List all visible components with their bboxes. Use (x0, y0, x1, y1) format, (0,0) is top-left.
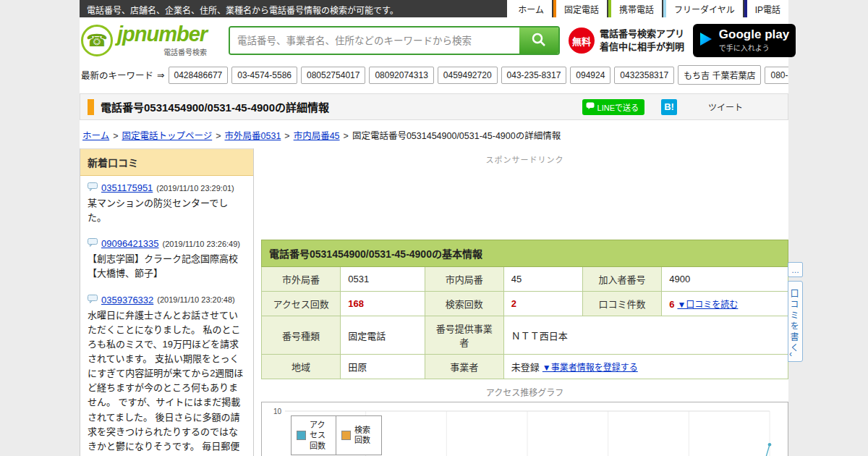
region-value: 田原 (341, 355, 425, 379)
topnav-home[interactable]: ホーム (507, 0, 552, 17)
side-panel-dots-button[interactable]: … (788, 262, 803, 277)
sponsored-link-label: スポンサードリンク (261, 148, 788, 167)
latest-keywords-row: 最新のキーワード ⇒ 0428486677 03-4574-5586 08052… (80, 64, 788, 90)
keywords-label: 最新のキーワード (81, 68, 153, 82)
review-item: 0351175951 (2019/11/10 23:29:01) 某マンションの… (80, 176, 253, 232)
keyword-button[interactable]: 03-4574-5586 (231, 67, 297, 84)
app-promo-line2: 着信中に相手が判明 (600, 41, 684, 54)
legend-search: 検索回数 (336, 416, 381, 455)
search-input[interactable] (230, 28, 519, 54)
store-subtitle: で手に入れよう (719, 42, 789, 53)
access-trend-graph: アクセス回数 検索回数 0510 (261, 402, 788, 456)
topnav-freedial[interactable]: フリーダイヤル (663, 0, 743, 17)
main-column: スポンサードリンク 電話番号0531454900/0531-45-4900の基本… (261, 148, 788, 456)
subscriber-number-label: 加入者番号 (583, 267, 662, 292)
breadcrumb: ホーム>固定電話トップページ>市外局番0531>市内局番45>固定電話番号053… (80, 120, 788, 148)
register-business-link[interactable]: ▼事業者情報を登録する (542, 363, 638, 373)
access-count-value: 168 (341, 292, 425, 316)
keyword-button[interactable]: もち吉 千葉若葉店 (678, 65, 761, 85)
review-item: 09096421335 (2019/11/10 23:26:49) 【創志学園】… (80, 232, 253, 287)
free-badge: 無料 (569, 28, 595, 54)
svg-text:10: 10 (273, 408, 282, 415)
access-count-label: アクセス回数 (262, 292, 341, 316)
topnav-ipphone[interactable]: IP電話 (744, 0, 788, 17)
number-type-label: 番号種類 (262, 316, 341, 355)
breadcrumb-separator: > (216, 131, 221, 141)
keyword-button[interactable]: 0428486677 (169, 67, 229, 84)
app-promo-line1: 電話番号検索アプリ (600, 28, 684, 41)
ad-space (261, 167, 788, 240)
line-share-button[interactable]: LINEで送る (582, 99, 644, 115)
search-icon (531, 32, 547, 50)
search-box (229, 26, 560, 55)
review-phone-link[interactable]: 09096421335 (101, 238, 159, 249)
chart-legend: アクセス回数 検索回数 (291, 415, 382, 455)
keywords-arrow-icon: ⇒ (157, 69, 164, 80)
topnav-landline[interactable]: 固定電話 (553, 0, 607, 17)
top-navigation: ホーム 固定電話 携帯電話 フリーダイヤル IP電話 (506, 0, 788, 17)
provider-value: ＮＴＴ西日本 (503, 316, 788, 355)
review-text: 某マンションの防災センターでした。 (88, 196, 246, 225)
read-reviews-link[interactable]: ▼口コミを読む (677, 300, 738, 310)
speech-bubble-icon (88, 182, 98, 193)
hatena-bookmark-button[interactable]: B! (661, 99, 677, 115)
breadcrumb-city-code[interactable]: 市内局番45 (294, 131, 340, 141)
keyword-button[interactable]: 043-235-8317 (501, 67, 567, 84)
site-logo[interactable]: ☎ jpnumber 電話番号検索 (81, 24, 220, 57)
business-label: 事業者 (425, 355, 503, 379)
keyword-button[interactable]: 094924 (570, 67, 610, 84)
side-panel-collapse-icon[interactable]: ‹ (789, 349, 792, 359)
new-reviews-box: 新着口コミ 0351175951 (2019/11/10 23:29:01) 某… (80, 148, 254, 456)
city-code-label: 市内局番 (425, 267, 503, 292)
breadcrumb-separator: > (344, 131, 349, 141)
graph-title: アクセス推移グラフ (261, 379, 788, 402)
search-count-label: 検索回数 (425, 292, 503, 316)
number-type-value: 固定電話 (341, 316, 425, 355)
phone-logo-icon: ☎ (81, 25, 113, 56)
breadcrumb-separator: > (284, 131, 289, 141)
keyword-button[interactable]: 08052754017 (301, 67, 365, 84)
topnav-mobile[interactable]: 携帯電話 (608, 0, 662, 17)
provider-label: 番号提供事業者 (425, 316, 503, 355)
breadcrumb-area-code[interactable]: 市外局番0531 (225, 131, 281, 141)
breadcrumb-home[interactable]: ホーム (82, 131, 109, 141)
google-play-badge[interactable]: Google play で手に入れよう (693, 24, 796, 57)
review-text: 【創志学園】クラーク記念国際高校【大橋博、節子】 (88, 252, 246, 281)
keyword-button[interactable]: 08092074313 (369, 67, 433, 84)
review-text: 水曜日に弁護士さんとお話させていただくことになりました。 私のところも私のミスで… (88, 308, 246, 456)
review-count-label: 口コミ件数 (583, 292, 662, 316)
breadcrumb-separator: > (113, 131, 118, 141)
brand-name: jpnumber (117, 24, 207, 45)
area-code-label: 市外局番 (262, 267, 341, 292)
speech-bubble-icon (88, 238, 98, 249)
app-promo: 無料 電話番号検索アプリ 着信中に相手が判明 (569, 28, 684, 54)
review-timestamp: (2019/11/10 23:20:48) (157, 295, 234, 304)
play-icon (699, 32, 712, 49)
review-phone-link[interactable]: 0351175951 (101, 182, 153, 193)
breadcrumb-landline-top[interactable]: 固定電話トップページ (122, 131, 212, 141)
review-count-number: 6 (669, 299, 674, 310)
tweet-button[interactable]: ツイート (708, 101, 743, 113)
basic-info-title: 電話番号0531454900/0531-45-4900の基本情報 (262, 240, 788, 267)
table-row: アクセス回数 168 検索回数 2 口コミ件数 6▼口コミを読む (262, 292, 788, 316)
keyword-button[interactable]: 0459492720 (438, 67, 498, 84)
app-promo-text: 電話番号検索アプリ 着信中に相手が判明 (600, 28, 684, 53)
review-phone-link[interactable]: 0359376332 (101, 295, 153, 305)
sidebar: 新着口コミ 0351175951 (2019/11/10 23:29:01) 某… (80, 148, 254, 456)
table-row: 地域 田原 事業者 未登録▼事業者情報を登録する (262, 355, 788, 379)
area-code-value: 0531 (341, 267, 425, 292)
business-value: 未登録▼事業者情報を登録する (503, 355, 788, 379)
speech-bubble-icon (88, 295, 98, 305)
table-row: 番号種類 固定電話 番号提供事業者 ＮＴＴ西日本 (262, 316, 788, 355)
legend-access: アクセス回数 (292, 416, 336, 455)
title-accent-block (88, 99, 94, 115)
legend-swatch-access (297, 431, 306, 440)
search-button[interactable] (519, 28, 558, 54)
table-row: 市外局番 0531 市内局番 45 加入者番号 4900 (262, 267, 788, 292)
review-timestamp: (2019/11/10 23:29:01) (156, 184, 234, 193)
top-bar: 電話番号、店舗名、企業名、住所、業種名から電話番号情報の検索が可能です。 ホーム… (80, 0, 788, 17)
keyword-button[interactable]: 080-3228-5174 (765, 67, 788, 84)
breadcrumb-current: 固定電話番号0531454900/0531-45-4900の詳細情報 (352, 131, 561, 141)
business-status: 未登録 (511, 362, 540, 373)
keyword-button[interactable]: 0432358317 (614, 67, 674, 84)
